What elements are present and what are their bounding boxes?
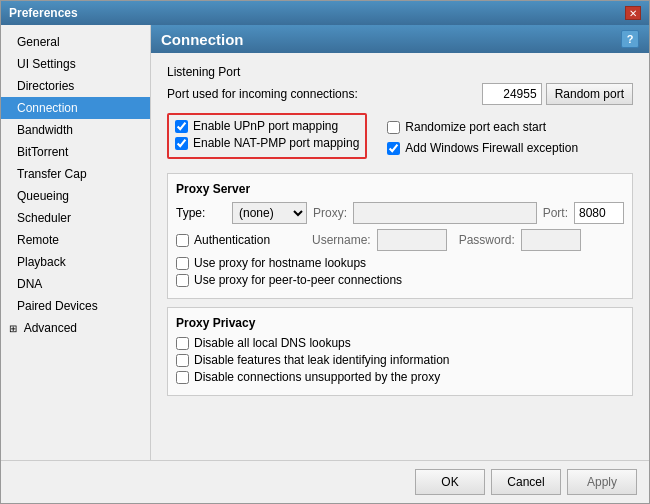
randomize-checkbox[interactable] <box>387 121 400 134</box>
nat-label: Enable NAT-PMP port mapping <box>193 136 359 150</box>
proxy-server-title: Proxy Server <box>176 182 624 196</box>
hostname-checkbox[interactable] <box>176 257 189 270</box>
unsupported-row: Disable connections unsupported by the p… <box>176 370 624 384</box>
sidebar-item-queueing[interactable]: Queueing <box>1 185 150 207</box>
sidebar-item-connection[interactable]: Connection <box>1 97 150 119</box>
p2p-row: Use proxy for peer-to-peer connections <box>176 273 624 287</box>
proxy-auth-row: Authentication Username: Password: <box>176 229 624 251</box>
sidebar-item-transfer-cap[interactable]: Transfer Cap <box>1 163 150 185</box>
sidebar-item-dna[interactable]: DNA <box>1 273 150 295</box>
sidebar-item-paired-devices[interactable]: Paired Devices <box>1 295 150 317</box>
sidebar-item-directories[interactable]: Directories <box>1 75 150 97</box>
auth-label: Authentication <box>194 233 270 247</box>
close-button[interactable]: ✕ <box>625 6 641 20</box>
content-area: Connection ? Listening Port Port used fo… <box>151 25 649 460</box>
content-title: Connection <box>161 31 244 48</box>
sidebar-item-ui-settings[interactable]: UI Settings <box>1 53 150 75</box>
highlighted-options: Enable UPnP port mapping Enable NAT-PMP … <box>167 113 367 159</box>
auth-checkbox-row: Authentication <box>176 233 296 247</box>
unsupported-label: Disable connections unsupported by the p… <box>194 370 440 384</box>
proxy-port-input[interactable] <box>574 202 624 224</box>
preferences-dialog: Preferences ✕ General UI Settings Direct… <box>0 0 650 504</box>
sidebar: General UI Settings Directories Connecti… <box>1 25 151 460</box>
privacy-section-title: Proxy Privacy <box>176 316 624 330</box>
proxy-port-label: Port: <box>543 206 568 220</box>
unsupported-checkbox[interactable] <box>176 371 189 384</box>
auth-checkbox[interactable] <box>176 234 189 247</box>
randomize-label: Randomize port each start <box>405 120 546 134</box>
leak-label: Disable features that leak identifying i… <box>194 353 449 367</box>
port-input[interactable] <box>482 83 542 105</box>
random-port-button[interactable]: Random port <box>546 83 633 105</box>
tree-expand-icon: ⊞ <box>9 320 21 338</box>
dialog-body: General UI Settings Directories Connecti… <box>1 25 649 460</box>
proxy-field-label: Proxy: <box>313 206 347 220</box>
options-row: Enable UPnP port mapping Enable NAT-PMP … <box>167 113 633 165</box>
proxy-server-section: Proxy Server Type: (none) HTTP SOCKS4 SO… <box>167 173 633 299</box>
username-field-label: Username: <box>312 233 371 247</box>
dialog-title: Preferences <box>9 6 78 20</box>
port-row: Port used for incoming connections: Rand… <box>167 83 633 105</box>
firewall-label: Add Windows Firewall exception <box>405 141 578 155</box>
help-button[interactable]: ? <box>621 30 639 48</box>
sidebar-item-bandwidth[interactable]: Bandwidth <box>1 119 150 141</box>
listening-port-section-label: Listening Port <box>167 65 633 79</box>
content-header: Connection ? <box>151 25 649 53</box>
password-input[interactable] <box>521 229 581 251</box>
hostname-row: Use proxy for hostname lookups <box>176 256 624 270</box>
footer: OK Cancel Apply <box>1 460 649 503</box>
sidebar-item-general[interactable]: General <box>1 31 150 53</box>
dns-label: Disable all local DNS lookups <box>194 336 351 350</box>
sidebar-item-advanced[interactable]: ⊞ Advanced <box>1 317 150 340</box>
port-description-label: Port used for incoming connections: <box>167 87 482 101</box>
advanced-label: Advanced <box>24 321 77 335</box>
upnp-label: Enable UPnP port mapping <box>193 119 338 133</box>
proxy-type-label: Type: <box>176 206 226 220</box>
proxy-type-select[interactable]: (none) HTTP SOCKS4 SOCKS5 <box>232 202 307 224</box>
proxy-privacy-section: Proxy Privacy Disable all local DNS look… <box>167 307 633 396</box>
upnp-checkbox[interactable] <box>175 120 188 133</box>
randomize-row: Randomize port each start <box>387 120 578 134</box>
leak-checkbox[interactable] <box>176 354 189 367</box>
password-field-label: Password: <box>459 233 515 247</box>
proxy-host-input[interactable] <box>353 202 537 224</box>
apply-button[interactable]: Apply <box>567 469 637 495</box>
p2p-checkbox[interactable] <box>176 274 189 287</box>
p2p-label: Use proxy for peer-to-peer connections <box>194 273 402 287</box>
leak-row: Disable features that leak identifying i… <box>176 353 624 367</box>
firewall-checkbox[interactable] <box>387 142 400 155</box>
proxy-type-row: Type: (none) HTTP SOCKS4 SOCKS5 Proxy: P… <box>176 202 624 224</box>
title-bar: Preferences ✕ <box>1 1 649 25</box>
hostname-label: Use proxy for hostname lookups <box>194 256 366 270</box>
firewall-row: Add Windows Firewall exception <box>387 141 578 155</box>
dns-row: Disable all local DNS lookups <box>176 336 624 350</box>
sidebar-item-scheduler[interactable]: Scheduler <box>1 207 150 229</box>
ok-button[interactable]: OK <box>415 469 485 495</box>
sidebar-item-bittorrent[interactable]: BitTorrent <box>1 141 150 163</box>
nat-checkbox[interactable] <box>175 137 188 150</box>
nat-row: Enable NAT-PMP port mapping <box>175 136 359 150</box>
sidebar-item-remote[interactable]: Remote <box>1 229 150 251</box>
dns-checkbox[interactable] <box>176 337 189 350</box>
sidebar-item-playback[interactable]: Playback <box>1 251 150 273</box>
upnp-row: Enable UPnP port mapping <box>175 119 359 133</box>
cancel-button[interactable]: Cancel <box>491 469 561 495</box>
username-input[interactable] <box>377 229 447 251</box>
right-options: Randomize port each start Add Windows Fi… <box>387 113 578 165</box>
